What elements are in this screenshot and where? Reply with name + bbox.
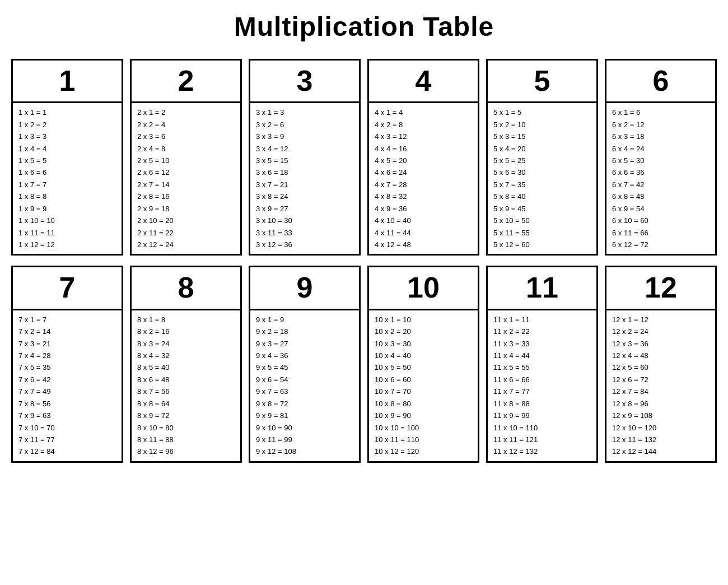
table-header-12: 12 (606, 267, 715, 310)
table-row: 1 x 1 = 1 (18, 106, 116, 118)
table-row: 6 x 3 = 18 (612, 131, 710, 142)
table-row: 7 x 3 = 21 (18, 338, 116, 350)
table-row: 9 x 7 = 63 (256, 386, 353, 397)
table-row: 4 x 2 = 8 (375, 119, 472, 131)
table-row: 3 x 6 = 18 (256, 166, 353, 178)
table-row: 2 x 1 = 2 (137, 106, 235, 118)
table-row: 3 x 1 = 3 (256, 106, 353, 118)
table-row: 1 x 6 = 6 (18, 166, 116, 178)
table-row: 5 x 1 = 5 (493, 106, 591, 118)
table-row: 10 x 11 = 110 (375, 434, 472, 445)
table-row: 8 x 6 = 48 (137, 374, 235, 386)
table-row: 8 x 4 = 32 (137, 350, 235, 361)
table-row: 12 x 5 = 60 (612, 361, 710, 373)
table-card-6: 66 x 1 = 66 x 2 = 126 x 3 = 186 x 4 = 24… (605, 59, 717, 256)
table-card-3: 33 x 1 = 33 x 2 = 63 x 3 = 93 x 4 = 123 … (249, 59, 361, 256)
table-body-7: 7 x 1 = 77 x 2 = 147 x 3 = 217 x 4 = 287… (13, 310, 122, 461)
table-row: 1 x 4 = 4 (18, 143, 116, 155)
table-row: 2 x 2 = 4 (137, 119, 235, 131)
table-row: 1 x 5 = 5 (18, 155, 116, 166)
table-row: 7 x 4 = 28 (18, 350, 116, 361)
table-row: 10 x 7 = 70 (375, 386, 472, 397)
multiplication-grid-row1: 11 x 1 = 11 x 2 = 21 x 3 = 31 x 4 = 41 x… (11, 59, 717, 256)
table-row: 4 x 1 = 4 (375, 106, 472, 118)
table-body-8: 8 x 1 = 88 x 2 = 168 x 3 = 248 x 4 = 328… (132, 310, 240, 461)
table-row: 7 x 12 = 84 (18, 445, 116, 457)
table-row: 4 x 9 = 36 (375, 203, 472, 215)
table-row: 8 x 7 = 56 (137, 386, 235, 397)
table-card-4: 44 x 1 = 44 x 2 = 84 x 3 = 124 x 4 = 164… (367, 59, 479, 256)
table-header-9: 9 (250, 267, 359, 310)
multiplication-grid-row2: 77 x 1 = 77 x 2 = 147 x 3 = 217 x 4 = 28… (11, 266, 717, 462)
table-header-5: 5 (488, 61, 596, 103)
table-row: 11 x 5 = 55 (493, 361, 591, 373)
table-header-7: 7 (13, 267, 122, 310)
table-row: 11 x 2 = 22 (493, 326, 591, 337)
table-row: 10 x 10 = 100 (375, 422, 472, 434)
table-row: 1 x 2 = 2 (18, 119, 116, 131)
table-row: 10 x 12 = 120 (375, 445, 472, 457)
table-row: 9 x 10 = 90 (256, 422, 353, 434)
table-header-6: 6 (606, 61, 715, 103)
table-row: 10 x 1 = 10 (375, 314, 472, 326)
table-row: 12 x 6 = 72 (612, 374, 710, 386)
table-row: 2 x 3 = 6 (137, 131, 235, 142)
table-row: 2 x 5 = 10 (137, 155, 235, 166)
table-row: 7 x 1 = 7 (18, 314, 116, 326)
table-body-10: 10 x 1 = 1010 x 2 = 2010 x 3 = 3010 x 4 … (369, 310, 478, 461)
table-body-1: 1 x 1 = 11 x 2 = 21 x 3 = 31 x 4 = 41 x … (13, 103, 122, 254)
table-row: 6 x 5 = 30 (612, 155, 710, 166)
table-row: 10 x 2 = 20 (375, 326, 472, 337)
table-row: 2 x 10 = 20 (137, 215, 235, 226)
table-row: 4 x 12 = 48 (375, 239, 472, 250)
table-row: 3 x 11 = 33 (256, 227, 353, 239)
table-row: 10 x 6 = 60 (375, 374, 472, 386)
table-row: 3 x 10 = 30 (256, 215, 353, 226)
table-row: 12 x 12 = 144 (612, 445, 710, 457)
table-row: 2 x 4 = 8 (137, 143, 235, 155)
table-body-4: 4 x 1 = 44 x 2 = 84 x 3 = 124 x 4 = 164 … (369, 103, 478, 254)
table-row: 10 x 9 = 90 (375, 410, 472, 421)
table-header-4: 4 (369, 61, 478, 103)
table-row: 8 x 12 = 96 (137, 445, 235, 457)
table-row: 12 x 3 = 36 (612, 338, 710, 350)
table-row: 12 x 8 = 96 (612, 398, 710, 410)
table-body-6: 6 x 1 = 66 x 2 = 126 x 3 = 186 x 4 = 246… (606, 103, 715, 254)
table-row: 6 x 4 = 24 (612, 143, 710, 155)
table-card-8: 88 x 1 = 88 x 2 = 168 x 3 = 248 x 4 = 32… (130, 266, 242, 462)
table-row: 10 x 4 = 40 (375, 350, 472, 361)
table-row: 11 x 3 = 33 (493, 338, 591, 350)
table-row: 3 x 9 = 27 (256, 203, 353, 215)
table-card-2: 22 x 1 = 22 x 2 = 42 x 3 = 62 x 4 = 82 x… (130, 59, 242, 256)
table-row: 1 x 7 = 7 (18, 179, 116, 191)
table-row: 1 x 11 = 11 (18, 227, 116, 239)
table-header-3: 3 (250, 61, 359, 103)
table-row: 1 x 9 = 9 (18, 203, 116, 215)
table-row: 10 x 3 = 30 (375, 338, 472, 350)
table-row: 5 x 10 = 50 (493, 215, 591, 226)
table-body-5: 5 x 1 = 55 x 2 = 105 x 3 = 155 x 4 = 205… (488, 103, 596, 254)
table-row: 1 x 12 = 12 (18, 239, 116, 250)
table-row: 10 x 5 = 50 (375, 361, 472, 373)
table-row: 5 x 5 = 25 (493, 155, 591, 166)
table-row: 5 x 8 = 40 (493, 191, 591, 202)
table-header-1: 1 (13, 61, 122, 103)
table-row: 6 x 6 = 36 (612, 166, 710, 178)
table-row: 4 x 4 = 16 (375, 143, 472, 155)
table-row: 6 x 1 = 6 (612, 106, 710, 118)
table-row: 9 x 12 = 108 (256, 445, 353, 457)
table-row: 6 x 9 = 54 (612, 203, 710, 215)
table-row: 5 x 4 = 20 (493, 143, 591, 155)
table-row: 9 x 9 = 81 (256, 410, 353, 421)
table-row: 2 x 7 = 14 (137, 179, 235, 191)
table-row: 9 x 6 = 54 (256, 374, 353, 386)
table-row: 9 x 4 = 36 (256, 350, 353, 361)
table-row: 12 x 10 = 120 (612, 422, 710, 434)
table-row: 6 x 8 = 48 (612, 191, 710, 202)
table-card-9: 99 x 1 = 99 x 2 = 189 x 3 = 279 x 4 = 36… (249, 266, 361, 462)
table-row: 9 x 5 = 45 (256, 361, 353, 373)
table-row: 4 x 7 = 28 (375, 179, 472, 191)
table-row: 7 x 10 = 70 (18, 422, 116, 434)
table-row: 2 x 6 = 12 (137, 166, 235, 178)
table-row: 12 x 2 = 24 (612, 326, 710, 337)
